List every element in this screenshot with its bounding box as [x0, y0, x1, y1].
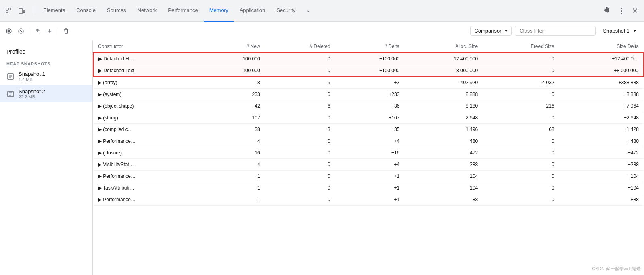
stop-icon[interactable] [15, 25, 27, 37]
cell-constructor: ▶ (object shape) [93, 100, 202, 112]
cell-value: +1 [335, 182, 405, 194]
record-icon[interactable] [3, 25, 15, 37]
svg-rect-4 [23, 10, 25, 13]
cell-value: 8 000 000 [404, 65, 483, 77]
table-row[interactable]: ▶ VisibilityStat…40+42880+288 [93, 159, 644, 171]
col-delta[interactable]: # Delta [335, 40, 405, 53]
cell-value: 288 [404, 159, 483, 171]
cell-value: 104 [404, 182, 483, 194]
cell-value: 1 [202, 171, 265, 182]
col-constructor[interactable]: Constructor [93, 40, 202, 53]
cell-value: +104 [559, 171, 644, 182]
cell-value: 8 [202, 77, 265, 89]
cell-value: +104 [559, 182, 644, 194]
tab-elements[interactable]: Elements [38, 0, 71, 22]
cell-constructor: ▶ Detached H… [93, 53, 202, 65]
cell-value: +35 [335, 124, 405, 135]
upload-icon[interactable] [32, 25, 43, 37]
svg-rect-3 [19, 9, 23, 13]
cell-value: +100 000 [335, 53, 405, 65]
tab-divider-left [35, 6, 35, 16]
cell-value: 1 [202, 182, 265, 194]
cell-value: 0 [483, 194, 559, 206]
cell-value: 3 [265, 124, 335, 135]
cell-constructor: ▶ VisibilityStat… [93, 159, 202, 171]
tab-bar-icon-group [3, 5, 27, 17]
cell-value: 6 [265, 100, 335, 112]
tab-sources[interactable]: Sources [101, 0, 132, 22]
cell-value: 42 [202, 100, 265, 112]
cell-value: +8 000 000 [559, 65, 644, 77]
col-freed-size[interactable]: Freed Size [483, 40, 559, 53]
table-row[interactable]: ▶ Performance…10+11040+104 [93, 171, 644, 182]
cell-constructor: ▶ (string) [93, 112, 202, 124]
snapshot-dropdown-arrow-icon: ▼ [633, 29, 637, 33]
table-header-row: Constructor # New # Deleted # Delta Allo… [93, 40, 644, 53]
comparison-dropdown[interactable]: Comparison ▼ [470, 26, 512, 36]
cell-value: +7 964 [559, 100, 644, 112]
col-new[interactable]: # New [202, 40, 265, 53]
cell-value: +1 [335, 171, 405, 182]
tab-network[interactable]: Network [132, 0, 163, 22]
col-alloc-size[interactable]: Alloc. Size [404, 40, 483, 53]
device-toolbar-icon[interactable] [16, 5, 27, 17]
snapshot-icon-1 [6, 73, 15, 81]
cell-value: +388 888 [559, 77, 644, 89]
profiles-label: Profiles [0, 45, 92, 58]
svg-rect-1 [6, 11, 8, 13]
cell-value: 402 920 [404, 77, 483, 89]
tab-application[interactable]: Application [234, 0, 271, 22]
cell-value: 0 [265, 53, 335, 65]
close-devtools-icon[interactable]: ✕ [629, 5, 641, 17]
cell-value: 0 [265, 89, 335, 100]
table-row[interactable]: ▶ Performance…10+1880+88 [93, 194, 644, 206]
table-row[interactable]: ▶ TaskAttributi…10+11040+104 [93, 182, 644, 194]
delete-icon[interactable] [61, 25, 72, 37]
table-row[interactable]: ▶ (object shape)426+368 180216+7 964 [93, 100, 644, 112]
table-row[interactable]: ▶ (system)2330+2338 8880+8 888 [93, 89, 644, 100]
cell-value: +288 [559, 159, 644, 171]
tab-memory[interactable]: Memory [204, 0, 234, 22]
tab-more[interactable]: » [301, 0, 315, 22]
cell-value: 0 [483, 159, 559, 171]
cell-value: 104 [404, 171, 483, 182]
tab-performance[interactable]: Performance [162, 0, 203, 22]
table-row[interactable]: ▶ (closure)160+164720+472 [93, 147, 644, 159]
table-row[interactable]: ▶ (string)1070+1072 6480+2 648 [93, 112, 644, 124]
cell-value: +12 400 0… [559, 53, 644, 65]
cell-value: 8 180 [404, 100, 483, 112]
col-size-delta[interactable]: Size Delta [559, 40, 644, 53]
cell-constructor: ▶ Detached Text [93, 65, 202, 77]
sidebar: Profiles HEAP SNAPSHOTS Snapshot 1 1.4 M… [0, 40, 93, 275]
table-row[interactable]: ▶ Detached Text100 0000+100 0008 000 000… [93, 65, 644, 77]
cell-value: 0 [483, 89, 559, 100]
tab-console[interactable]: Console [71, 0, 101, 22]
col-deleted[interactable]: # Deleted [265, 40, 335, 53]
cell-constructor: ▶ TaskAttributi… [93, 182, 202, 194]
cell-constructor: ▶ (closure) [93, 147, 202, 159]
cell-value: 16 [202, 147, 265, 159]
cell-value: +2 648 [559, 112, 644, 124]
download-icon[interactable] [44, 25, 55, 37]
snapshot-dropdown[interactable]: Snapshot 1 ▼ [599, 26, 641, 35]
svg-rect-0 [6, 8, 8, 10]
cell-constructor: ▶ (compiled c… [93, 124, 202, 135]
sidebar-item-snapshot1[interactable]: Snapshot 1 1.4 MB [0, 68, 92, 85]
settings-icon[interactable] [601, 5, 613, 17]
table-row[interactable]: ▶ Detached H…100 0000+100 00012 400 0000… [93, 53, 644, 65]
inspect-element-icon[interactable] [3, 5, 15, 17]
cell-value: 0 [483, 53, 559, 65]
cell-value: 12 400 000 [404, 53, 483, 65]
heap-snapshots-section: HEAP SNAPSHOTS [0, 58, 92, 68]
sidebar-item-snapshot2[interactable]: Snapshot 2 22.2 MB [0, 85, 92, 102]
cell-value: 0 [483, 65, 559, 77]
svg-point-6 [8, 29, 10, 32]
table-body: ▶ Detached H…100 0000+100 00012 400 0000… [93, 53, 644, 206]
tab-security[interactable]: Security [271, 0, 301, 22]
table-row[interactable]: ▶ (compiled c…383+351 49668+1 428 [93, 124, 644, 135]
class-filter-input[interactable] [515, 26, 596, 36]
more-options-icon[interactable]: ⋮ [615, 5, 627, 17]
table-row[interactable]: ▶ (array)85+3402 92014 032+388 888 [93, 77, 644, 89]
table-row[interactable]: ▶ Performance…40+44800+480 [93, 135, 644, 147]
cell-value: 100 000 [202, 53, 265, 65]
